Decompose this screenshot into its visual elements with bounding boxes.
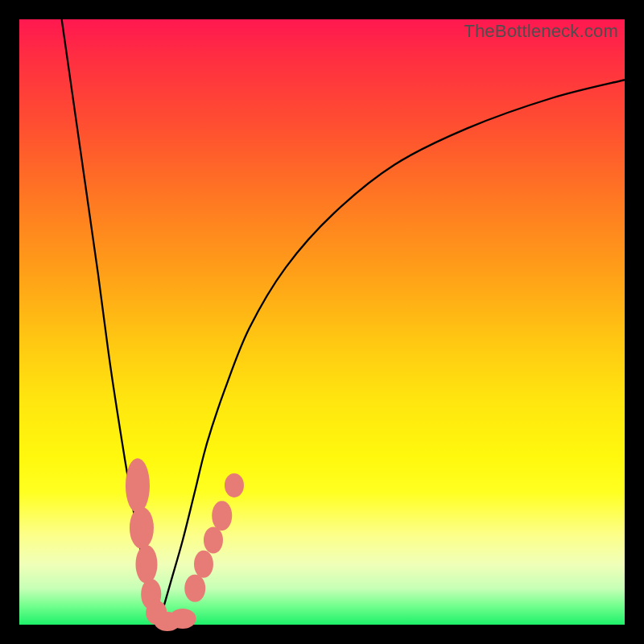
- marker-bead: [126, 458, 150, 513]
- marker-bead: [169, 609, 196, 628]
- marker-bead: [135, 545, 157, 584]
- marker-bead: [225, 473, 244, 497]
- curve-svg: [19, 19, 625, 625]
- chart-frame: TheBottleneck.com: [0, 0, 644, 644]
- marker-bead: [212, 501, 233, 531]
- marker-bead: [194, 551, 213, 579]
- plot-area: TheBottleneck.com: [19, 19, 625, 625]
- curve-right-branch: [159, 80, 625, 625]
- marker-bead: [184, 575, 205, 603]
- marker-bead: [130, 506, 154, 549]
